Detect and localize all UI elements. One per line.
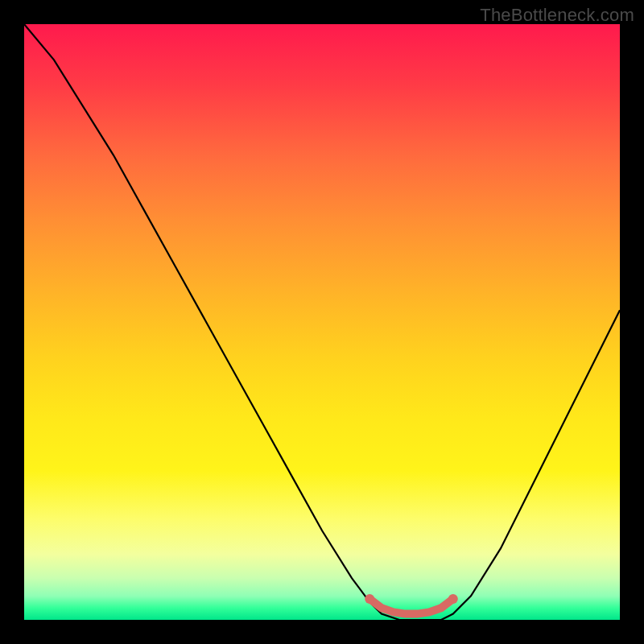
bottleneck-curve: [24, 24, 620, 620]
chart-frame: TheBottleneck.com: [0, 0, 644, 644]
watermark-text: TheBottleneck.com: [480, 5, 634, 26]
optimal-range-start-dot: [365, 594, 374, 604]
plot-area: [24, 24, 620, 620]
optimal-range-end-dot: [448, 594, 458, 604]
optimal-range-marker: [369, 599, 453, 614]
curve-layer: [24, 24, 620, 620]
